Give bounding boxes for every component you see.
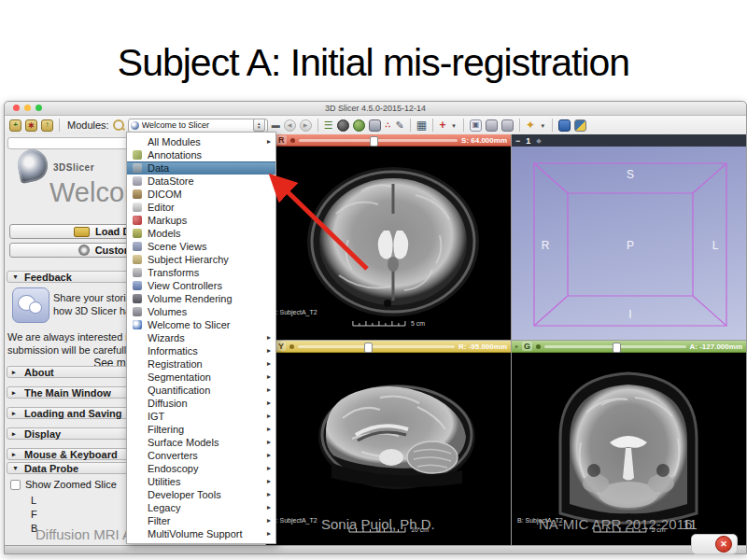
menu-item[interactable]: All Modules▸ <box>127 135 275 148</box>
green-slice-controller: ▸ G A: -127.000mm <box>512 341 746 353</box>
diamond-icon: ◆ <box>536 137 541 145</box>
screenshot-icon[interactable]: ▣ <box>470 119 482 132</box>
slider-handle[interactable] <box>364 343 373 353</box>
menu-item-label: View Controllers <box>148 279 271 292</box>
menu-item[interactable]: Surface Models▸ <box>127 436 275 449</box>
slide-close-button[interactable]: ✕ <box>715 536 732 553</box>
menu-item[interactable]: Filtering▸ <box>127 423 275 436</box>
menu-item[interactable]: Scene Views <box>127 240 275 253</box>
module-list-icon[interactable]: ☰ <box>324 119 333 132</box>
module-history-icon[interactable]: ▬ <box>272 119 280 132</box>
menu-item[interactable]: Converters▸ <box>127 449 275 462</box>
combobox-stepper[interactable]: ▴▾ <box>253 119 265 132</box>
volumes-icon <box>133 307 142 316</box>
load-dicom-icon[interactable]: ∗ <box>25 119 37 132</box>
menu-item[interactable]: Informatics▸ <box>127 344 275 357</box>
history-forward-icon[interactable]: ▶ <box>300 119 312 132</box>
menu-item[interactable]: View Controllers <box>127 279 275 292</box>
slicer-swirl-icon <box>131 121 139 130</box>
menu-item[interactable]: Models <box>127 227 275 240</box>
red-slice-canvas[interactable]: B: SubjectA_T2 5 cm <box>266 147 511 340</box>
window-zoom-button[interactable] <box>35 105 42 111</box>
terminal-icon[interactable] <box>558 119 571 132</box>
no-icon <box>133 346 142 356</box>
datastore-icon <box>133 176 142 186</box>
show-zoomed-slice-checkbox[interactable] <box>10 480 21 490</box>
menu-item[interactable]: Wizards▸ <box>127 331 275 344</box>
menu-item[interactable]: Transforms <box>127 266 275 279</box>
menu-item[interactable]: Filter▸ <box>127 514 275 527</box>
crosshair-icon[interactable]: + <box>439 119 446 132</box>
menu-item[interactable]: Segmentation▸ <box>127 371 275 384</box>
scene-view-restore-icon[interactable] <box>501 119 514 132</box>
submenu-arrow-icon: ▸ <box>267 527 271 540</box>
yellow-slice-slider[interactable] <box>298 345 455 348</box>
yellow-view-letter: Y <box>276 342 286 351</box>
pin-icon[interactable] <box>536 344 541 349</box>
window-minimize-button[interactable] <box>24 105 31 111</box>
feedback-section-label: Feedback <box>24 272 72 283</box>
pin-icon[interactable] <box>289 344 294 349</box>
minimize-icon[interactable]: − <box>515 136 520 146</box>
submenu-arrow-icon: ▸ <box>267 449 271 462</box>
view-layout: ▸ R S: 64.000mm <box>266 134 746 546</box>
globe-icon[interactable] <box>337 119 349 132</box>
module-selector-value: Welcome to Slicer <box>142 120 250 130</box>
menu-item-label: Wizards <box>148 331 263 344</box>
crosshair-caret-icon[interactable]: ▾ <box>450 119 458 132</box>
menu-item[interactable]: Registration▸ <box>127 357 275 371</box>
menu-item[interactable]: Data <box>127 161 275 175</box>
editor-icon[interactable]: ✎ <box>396 119 404 132</box>
menu-item[interactable]: Subject Hierarchy <box>127 253 275 266</box>
menu-item[interactable]: Welcome to Slicer <box>127 318 275 331</box>
markups-icon[interactable]: ∴ <box>385 119 392 132</box>
yellow-volume-label: B: SubjectA_T2 <box>272 517 317 524</box>
save-icon[interactable]: ↑ <box>41 119 53 132</box>
extensions-caret-icon[interactable]: ▾ <box>539 119 546 132</box>
module-selector-combobox[interactable]: Welcome to Slicer ▴▾ <box>128 119 268 133</box>
load-data-icon[interactable]: + <box>9 119 21 132</box>
menu-item[interactable]: Legacy▸ <box>127 501 275 514</box>
threeD-canvas[interactable]: S R P L I <box>512 147 746 340</box>
red-volume-label: B: SubjectA_T2 <box>272 309 317 315</box>
pin-icon[interactable] <box>290 138 295 143</box>
menu-item[interactable]: Editor <box>127 201 275 214</box>
menu-item[interactable]: Utilities▸ <box>127 475 275 488</box>
menu-item[interactable]: Volumes <box>127 305 275 318</box>
menu-item-label: Utilities <box>148 475 263 488</box>
scene-view-save-icon[interactable] <box>486 119 498 132</box>
no-icon <box>133 399 142 408</box>
extensions-icon[interactable]: ✦ <box>526 119 535 132</box>
sample-data-icon[interactable] <box>353 119 365 132</box>
submenu-arrow-icon: ▸ <box>267 488 271 501</box>
history-back-icon[interactable]: ◀ <box>284 119 296 132</box>
menu-item[interactable]: Markups <box>127 214 275 227</box>
chevron-right-icon: ▸ <box>12 430 20 438</box>
menu-item-label: Volumes <box>148 305 271 318</box>
data-probe-layer-f: F <box>31 509 37 520</box>
menu-item[interactable]: Diffusion▸ <box>127 397 275 410</box>
window-close-button[interactable] <box>13 105 20 111</box>
menu-item[interactable]: DICOM <box>127 188 275 201</box>
no-icon <box>133 412 142 421</box>
module-search-icon[interactable] <box>113 119 124 131</box>
layout-selector-icon[interactable]: ▦ <box>416 119 427 132</box>
menu-item[interactable]: Annotations <box>127 148 275 161</box>
orientation-cube: S R P L I <box>512 147 746 340</box>
slider-handle[interactable] <box>370 136 378 147</box>
feedback-share-line2: how 3D Slicer has <box>53 304 136 317</box>
no-icon <box>133 385 142 395</box>
menu-item[interactable]: MultiVolume Support▸ <box>127 527 275 540</box>
menu-item[interactable]: Quantification▸ <box>127 384 275 397</box>
menu-item[interactable]: Volume Rendering <box>127 292 275 305</box>
green-slice-slider[interactable] <box>544 345 685 348</box>
menu-item[interactable]: IGT▸ <box>127 410 275 423</box>
menu-item[interactable]: Endoscopy▸ <box>127 462 275 475</box>
python-icon[interactable] <box>574 119 586 132</box>
no-icon <box>133 516 142 525</box>
menu-item[interactable]: DataStore <box>127 175 275 188</box>
menu-item[interactable]: Developer Tools▸ <box>127 488 275 501</box>
slider-handle[interactable] <box>613 343 621 353</box>
red-slice-slider[interactable] <box>299 139 458 142</box>
models-icon[interactable] <box>369 119 381 132</box>
